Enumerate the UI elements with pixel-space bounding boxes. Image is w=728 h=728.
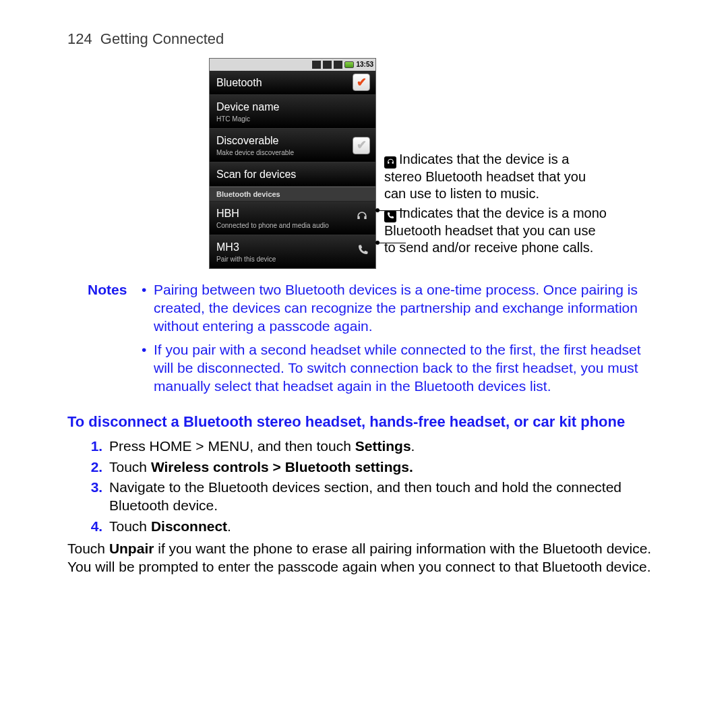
closing-paragraph: Touch Unpair if you want the phone to er… — [67, 540, 661, 576]
device-row-mh3[interactable]: MH3 Pair with this device — [210, 235, 375, 268]
battery-status-icon — [344, 61, 354, 68]
step-text: . — [227, 518, 231, 534]
step-bold: Disconnect — [151, 518, 227, 534]
checkbox-on-icon[interactable] — [353, 73, 370, 91]
step-text: . — [411, 438, 415, 454]
step-text: Press HOME > MENU, and then touch — [109, 438, 355, 454]
bluetooth-toggle-row[interactable]: Bluetooth — [210, 71, 375, 94]
step-item: Touch Wireless controls > Bluetooth sett… — [107, 458, 661, 477]
para-text: if you want the phone to erase all pairi… — [67, 541, 651, 574]
row-subtitle: Connected to phone and media audio — [216, 222, 369, 231]
step-item: Press HOME > MENU, and then touch Settin… — [107, 437, 661, 456]
callout-text: Indicates that the device is a mono Blue… — [384, 206, 607, 255]
step-item: Touch Disconnect. — [107, 518, 661, 536]
notes-list: • Pairing between two Bluetooth devices … — [142, 281, 661, 400]
row-title: Scan for devices — [216, 168, 369, 181]
status-time: 13:53 — [356, 61, 373, 69]
notes-label: Notes — [88, 281, 142, 400]
headphones-icon — [384, 156, 396, 169]
step-text: Touch — [109, 459, 151, 475]
headphones-icon — [355, 209, 369, 226]
signal-status-icon — [334, 61, 342, 69]
callout-mono: Indicates that the device is a mono Blue… — [384, 205, 607, 256]
step-item: Navigate to the Bluetooth devices sectio… — [107, 479, 661, 515]
phone-icon — [357, 244, 369, 260]
callout-text: Indicates that the device is a stereo Bl… — [384, 152, 586, 201]
note-item: • Pairing between two Bluetooth devices … — [142, 281, 661, 336]
leader-line — [377, 210, 406, 211]
callout-stereo: Indicates that the device is a stereo Bl… — [384, 151, 607, 202]
para-bold: Unpair — [109, 541, 154, 556]
section-header: Bluetooth devices — [210, 187, 375, 202]
step-text: Navigate to the Bluetooth devices sectio… — [109, 479, 621, 513]
row-title: Discoverable — [216, 134, 369, 148]
leader-dot — [375, 241, 380, 245]
phone-icon — [384, 210, 396, 222]
figure-row: 13:53 Bluetooth Device name HTC Magic Di… — [209, 58, 661, 269]
bluetooth-status-icon — [312, 61, 321, 69]
step-bold: Wireless controls > Bluetooth settings. — [151, 459, 413, 475]
checkbox-off-icon[interactable] — [353, 137, 370, 154]
para-text: Touch — [67, 541, 109, 556]
status-bar: 13:53 — [210, 59, 375, 71]
row-title: HBH — [216, 207, 369, 220]
note-text: If you pair with a second headset while … — [154, 341, 661, 396]
bullet-icon: • — [142, 341, 154, 396]
row-subtitle: HTC Magic — [216, 115, 369, 124]
leader-line — [377, 243, 406, 243]
callouts: Indicates that the device is a stereo Bl… — [384, 58, 607, 256]
steps-list: Press HOME > MENU, and then touch Settin… — [107, 437, 661, 536]
row-title: MH3 — [216, 241, 369, 254]
row-title: Device name — [216, 100, 369, 114]
step-bold: Settings — [355, 438, 411, 454]
note-item: • If you pair with a second headset whil… — [142, 341, 661, 396]
device-row-hbh[interactable]: HBH Connected to phone and media audio — [210, 202, 375, 235]
page-header: 124 Getting Connected — [67, 30, 661, 49]
phone-screenshot: 13:53 Bluetooth Device name HTC Magic Di… — [209, 58, 376, 269]
row-title: Bluetooth — [216, 76, 369, 90]
bullet-icon: • — [142, 281, 154, 336]
row-subtitle: Make device discoverable — [216, 149, 369, 158]
leader-dot — [375, 208, 380, 212]
note-text: Pairing between two Bluetooth devices is… — [154, 281, 661, 336]
3g-status-icon — [323, 61, 332, 69]
procedure-heading: To disconnect a Bluetooth stereo headset… — [67, 413, 661, 431]
section-title: Getting Connected — [100, 30, 224, 47]
scan-row[interactable]: Scan for devices — [210, 162, 375, 186]
page-number: 124 — [67, 30, 92, 47]
step-text: Touch — [109, 518, 151, 534]
row-subtitle: Pair with this device — [216, 255, 369, 264]
notes-block: Notes • Pairing between two Bluetooth de… — [88, 281, 661, 400]
discoverable-row[interactable]: Discoverable Make device discoverable — [210, 129, 375, 162]
device-name-row[interactable]: Device name HTC Magic — [210, 95, 375, 129]
